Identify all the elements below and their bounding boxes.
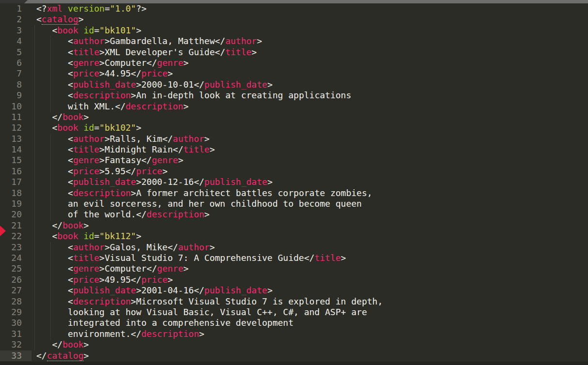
code-line[interactable]: 30 integrated into a comprehensive devel…: [0, 318, 588, 328]
line-number[interactable]: 27: [0, 285, 31, 296]
line-number[interactable]: 12: [0, 122, 31, 133]
line-number[interactable]: 23: [0, 242, 31, 253]
code-line[interactable]: 29 looking at how Visual Basic, Visual C…: [0, 307, 588, 318]
code-text: <book id="bk102">: [36, 122, 141, 133]
code-text: of the world.</description>: [36, 209, 210, 220]
code-text: <publish_date>2000-12-16</publish_date>: [36, 177, 273, 187]
code-line[interactable]: 14 <title>Midnight Rain</title>: [0, 144, 588, 155]
code-line[interactable]: 5 <title>XML Developer's Guide</title>: [0, 47, 588, 58]
line-number[interactable]: 8: [0, 79, 31, 90]
code-text: <author>Galos, Mike</author>: [36, 242, 215, 253]
code-line[interactable]: 17 <publish_date>2000-12-16</publish_dat…: [0, 177, 588, 187]
line-number[interactable]: 5: [0, 47, 31, 58]
line-number[interactable]: 14: [0, 144, 31, 155]
code-line[interactable]: 28 <description>Microsoft Visual Studio …: [0, 296, 588, 307]
code-text: <author>Ralls, Kim</author>: [36, 134, 210, 144]
code-area[interactable]: 1<?xml version="1.0"?>2<catalog>3 <book …: [0, 3, 588, 362]
line-number[interactable]: 33: [0, 350, 31, 361]
code-text: <author>Gambardella, Matthew</author>: [36, 36, 262, 46]
code-line[interactable]: 9 <description>An in-depth look at creat…: [0, 90, 588, 101]
code-line[interactable]: 6 <genre>Computer</genre>: [0, 58, 588, 68]
code-line[interactable]: 19 an evil sorceress, and her own childh…: [0, 198, 588, 209]
code-line[interactable]: 7 <price>44.95</price>: [0, 68, 588, 79]
line-number[interactable]: 26: [0, 274, 31, 285]
line-number[interactable]: 32: [0, 339, 31, 350]
line-number[interactable]: 4: [0, 36, 31, 46]
line-number[interactable]: 31: [0, 329, 31, 339]
line-number[interactable]: 25: [0, 263, 31, 274]
code-line[interactable]: 8 <publish_date>2000-10-01</publish_date…: [0, 79, 588, 90]
status-bar-edge: [0, 362, 588, 365]
code-line[interactable]: 20 of the world.</description>: [0, 209, 588, 220]
code-line[interactable]: 26 <price>49.95</price>: [0, 274, 588, 285]
code-text: <?xml version="1.0"?>: [36, 3, 147, 14]
code-text: <genre>Computer</genre>: [36, 58, 188, 68]
code-line[interactable]: 21 </book>: [0, 220, 588, 231]
code-text: <description>A former architect battles …: [36, 188, 372, 198]
code-text: <publish_date>2000-10-01</publish_date>: [36, 79, 273, 90]
code-line[interactable]: 24 <title>Visual Studio 7: A Comprehensi…: [0, 253, 588, 263]
code-text: <title>Visual Studio 7: A Comprehensive …: [36, 253, 346, 263]
code-line[interactable]: 12 <book id="bk102">: [0, 122, 588, 133]
code-line[interactable]: 1<?xml version="1.0"?>: [0, 3, 588, 14]
active-tab-corner[interactable]: [0, 0, 28, 3]
line-number[interactable]: 11: [0, 112, 31, 122]
code-text: <description>Microsoft Visual Studio 7 i…: [36, 296, 383, 307]
code-line[interactable]: 31 environment.</description>: [0, 329, 588, 339]
code-text: </book>: [36, 339, 89, 350]
code-line[interactable]: 11 </book>: [0, 112, 588, 122]
line-number[interactable]: 13: [0, 134, 31, 144]
code-line[interactable]: 3 <book id="bk101">: [0, 25, 588, 36]
code-line[interactable]: 18 <description>A former architect battl…: [0, 188, 588, 198]
code-line[interactable]: 25 <genre>Computer</genre>: [0, 263, 588, 274]
code-text: environment.</description>: [36, 329, 204, 339]
line-number[interactable]: 16: [0, 166, 31, 177]
line-number[interactable]: 20: [0, 209, 31, 220]
code-text: </catalog>: [36, 350, 89, 361]
code-line[interactable]: 16 <price>5.95</price>: [0, 166, 588, 177]
line-number[interactable]: 29: [0, 307, 31, 318]
code-line[interactable]: 4 <author>Gambardella, Matthew</author>: [0, 36, 588, 46]
indent-guide-level1: [34, 25, 35, 350]
code-text: <book id="bk101">: [36, 25, 141, 36]
indent-guide-level2: [50, 36, 51, 112]
code-line[interactable]: 10 with XML.</description>: [0, 101, 588, 112]
line-number[interactable]: 28: [0, 296, 31, 307]
line-number[interactable]: 9: [0, 90, 31, 101]
code-line[interactable]: 33</catalog>: [0, 350, 588, 361]
code-text: integrated into a comprehensive developm…: [36, 318, 294, 328]
line-number[interactable]: 24: [0, 253, 31, 263]
code-text: <publish_date>2001-04-16</publish_date>: [36, 285, 273, 296]
code-line[interactable]: 15 <genre>Fantasy</genre>: [0, 155, 588, 166]
code-editor-window: { "palette": { "editor_background": "#2c…: [0, 0, 588, 365]
line-number[interactable]: 19: [0, 198, 31, 209]
code-text: </book>: [36, 112, 89, 122]
line-number[interactable]: 17: [0, 177, 31, 187]
line-number[interactable]: 30: [0, 318, 31, 328]
code-line[interactable]: 2<catalog>: [0, 14, 588, 25]
code-text: <description>An in-depth look at creatin…: [36, 90, 351, 101]
gutter-marker-arrow-icon[interactable]: [0, 226, 6, 236]
code-line[interactable]: 22 <book id="bk112">: [0, 231, 588, 242]
line-number[interactable]: 3: [0, 25, 31, 36]
code-text: <price>44.95</price>: [36, 68, 173, 79]
code-text: <price>5.95</price>: [36, 166, 168, 177]
line-number[interactable]: 18: [0, 188, 31, 198]
line-number[interactable]: 6: [0, 58, 31, 68]
code-line[interactable]: 13 <author>Ralls, Kim</author>: [0, 134, 588, 144]
code-text: <title>Midnight Rain</title>: [36, 144, 215, 155]
code-text: <catalog>: [36, 14, 84, 25]
line-number[interactable]: 2: [0, 14, 31, 25]
code-line[interactable]: 23 <author>Galos, Mike</author>: [0, 242, 588, 253]
code-text: looking at how Visual Basic, Visual C++,…: [36, 307, 367, 318]
code-text: an evil sorceress, and her own childhood…: [36, 198, 362, 209]
tab-bar-edge: [0, 0, 588, 3]
code-line[interactable]: 32 </book>: [0, 339, 588, 350]
line-number[interactable]: 7: [0, 68, 31, 79]
code-line[interactable]: 27 <publish_date>2001-04-16</publish_dat…: [0, 285, 588, 296]
code-text: <price>49.95</price>: [36, 274, 173, 285]
code-text: <title>XML Developer's Guide</title>: [36, 47, 257, 58]
line-number[interactable]: 15: [0, 155, 31, 166]
line-number[interactable]: 10: [0, 101, 31, 112]
line-number[interactable]: 1: [0, 3, 31, 14]
